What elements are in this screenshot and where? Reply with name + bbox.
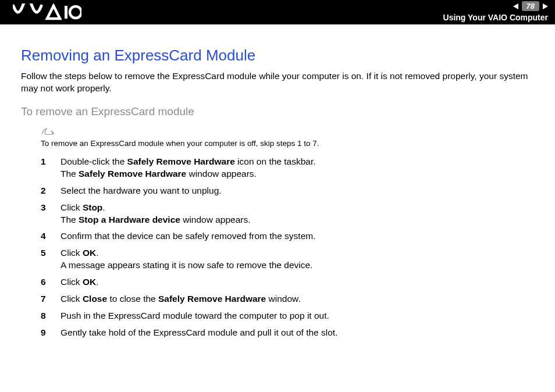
page-number: 78 — [522, 1, 539, 11]
step-4: Confirm that the device can be safely re… — [41, 230, 534, 243]
steps-list: Double-click the Safely Remove Hardware … — [41, 156, 534, 339]
step-7: Click Close to close the Safely Remove H… — [41, 293, 534, 305]
step-6: Click OK. — [41, 276, 534, 288]
svg-rect-0 — [65, 6, 67, 19]
next-page-icon[interactable] — [543, 3, 548, 9]
note-block: To remove an ExpressCard module when you… — [41, 126, 534, 148]
page-nav: 78 — [513, 1, 548, 11]
page-title: Removing an ExpressCard Module — [21, 47, 534, 65]
step-2: Select the hardware you want to unplug. — [41, 185, 534, 197]
step-8: Push in the ExpressCard module toward th… — [41, 310, 534, 322]
note-icon — [41, 126, 55, 138]
section-title: Using Your VAIO Computer — [443, 13, 548, 22]
page-content: Removing an ExpressCard Module Follow th… — [0, 24, 555, 339]
svg-point-1 — [70, 6, 81, 18]
header-bar: 78 Using Your VAIO Computer — [0, 0, 555, 24]
step-3: Click Stop.The Stop a Hardware device wi… — [41, 202, 534, 226]
step-5: Click OK.A message appears stating it is… — [41, 247, 534, 272]
step-9: Gently take hold of the ExpressCard modu… — [41, 327, 534, 339]
intro-text: Follow the steps below to remove the Exp… — [21, 70, 534, 95]
prev-page-icon[interactable] — [513, 3, 518, 9]
vaio-logo — [13, 3, 81, 23]
step-1: Double-click the Safely Remove Hardware … — [41, 156, 534, 180]
note-text: To remove an ExpressCard module when you… — [41, 139, 534, 148]
procedure-title: To remove an ExpressCard module — [21, 105, 534, 118]
